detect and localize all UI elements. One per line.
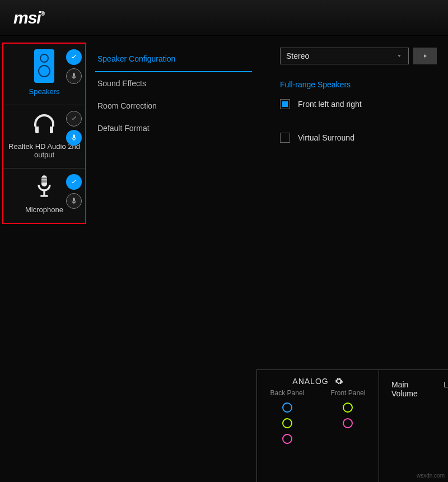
full-range-title: Full-range Speakers bbox=[280, 80, 437, 89]
test-play-button[interactable] bbox=[413, 48, 437, 64]
select-value: Stereo bbox=[286, 52, 309, 60]
checkbox-front-lr[interactable] bbox=[280, 99, 290, 109]
analog-title: ANALOG bbox=[292, 377, 328, 386]
bottom-panel: ANALOG Back Panel Front Panel Main Volum… bbox=[256, 369, 448, 482]
check-icon bbox=[70, 53, 78, 61]
jack-back-blue[interactable] bbox=[282, 403, 292, 413]
jack-back-pink[interactable] bbox=[282, 434, 292, 444]
tab-speaker-configuration[interactable]: Speaker Configuration bbox=[95, 48, 252, 72]
jack-front-green[interactable] bbox=[343, 403, 353, 413]
device-speakers[interactable]: Speakers bbox=[3, 44, 85, 105]
option-virtual-surround[interactable]: Virtual Surround bbox=[280, 133, 437, 143]
back-panel-col: Back Panel bbox=[270, 389, 305, 444]
mic-badge[interactable] bbox=[66, 130, 82, 146]
jack-back-green[interactable] bbox=[282, 418, 292, 428]
channel-label: L bbox=[444, 380, 448, 482]
play-icon bbox=[422, 53, 428, 59]
check-icon bbox=[70, 115, 78, 123]
analog-panel: ANALOG Back Panel Front Panel bbox=[256, 369, 379, 482]
microphone-icon bbox=[33, 174, 55, 201]
speaker-config-select[interactable]: Stereo bbox=[280, 48, 409, 64]
device-badges bbox=[66, 49, 82, 84]
device-badges bbox=[66, 111, 82, 146]
checkbox-virtual-surround[interactable] bbox=[280, 133, 290, 143]
trademark: ® bbox=[41, 11, 44, 17]
default-check-badge[interactable] bbox=[66, 111, 82, 127]
device-microphone[interactable]: Microphone bbox=[3, 169, 85, 223]
device-sidebar: Speakers Realtek HD Audio 2nd output bbox=[2, 43, 86, 224]
brand-logo: msi® bbox=[13, 8, 44, 27]
jack-columns: Back Panel Front Panel bbox=[257, 389, 379, 444]
option-label: Front left and right bbox=[298, 100, 362, 109]
device-realtek-2nd[interactable]: Realtek HD Audio 2nd output bbox=[3, 105, 85, 169]
svg-rect-0 bbox=[41, 175, 47, 186]
default-check-badge[interactable] bbox=[66, 174, 82, 190]
option-front-lr[interactable]: Front left and right bbox=[280, 99, 437, 109]
watermark: wsxdn.com bbox=[417, 472, 445, 479]
mic-icon bbox=[70, 72, 78, 80]
device-badges bbox=[66, 174, 82, 209]
speaker-config-row: Stereo bbox=[280, 48, 437, 64]
volume-panel: Main Volume L bbox=[379, 369, 448, 482]
tab-room-correction[interactable]: Room Correction bbox=[95, 95, 252, 117]
headphones-icon bbox=[31, 111, 58, 138]
mic-icon bbox=[70, 134, 78, 142]
mic-badge[interactable] bbox=[66, 68, 82, 84]
main-panel: Stereo Full-range Speakers Front left an… bbox=[280, 48, 437, 143]
brand-text: msi bbox=[13, 8, 41, 27]
settings-tabs: Speaker Configuration Sound Effects Room… bbox=[95, 48, 252, 139]
analog-header: ANALOG bbox=[257, 377, 379, 386]
app-header: msi® bbox=[0, 0, 448, 36]
mic-badge[interactable] bbox=[66, 193, 82, 209]
front-panel-col: Front Panel bbox=[330, 389, 365, 444]
tab-default-format[interactable]: Default Format bbox=[95, 117, 252, 139]
mic-icon bbox=[70, 197, 78, 205]
back-panel-label: Back Panel bbox=[270, 389, 305, 397]
chevron-down-icon bbox=[396, 53, 403, 59]
main-volume-label: Main Volume bbox=[391, 380, 427, 482]
check-icon bbox=[70, 178, 78, 186]
default-check-badge[interactable] bbox=[66, 49, 82, 65]
front-panel-label: Front Panel bbox=[330, 389, 365, 397]
option-label: Virtual Surround bbox=[298, 133, 354, 142]
jack-front-pink[interactable] bbox=[343, 418, 353, 428]
speaker-icon bbox=[34, 49, 54, 83]
tab-sound-effects[interactable]: Sound Effects bbox=[95, 72, 252, 95]
device-label: Speakers bbox=[7, 87, 82, 96]
gear-icon[interactable] bbox=[334, 377, 343, 386]
